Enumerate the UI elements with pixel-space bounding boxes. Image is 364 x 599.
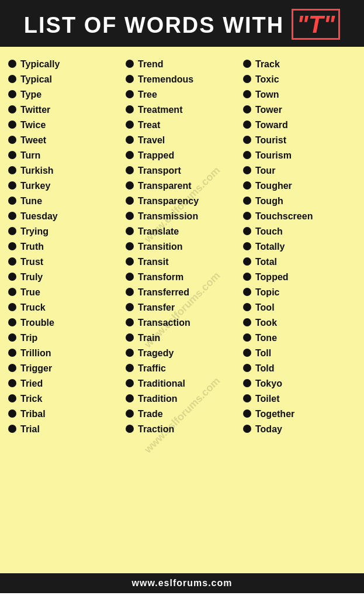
bullet-icon (243, 166, 251, 174)
list-item: Tribal (8, 406, 121, 421)
list-item: True (8, 284, 121, 300)
bullet-icon (126, 197, 134, 205)
list-item: Trend (126, 56, 238, 71)
list-item: Transport (126, 163, 238, 178)
word-label: Transferred (138, 287, 189, 298)
bullet-icon (243, 257, 251, 266)
bullet-icon (126, 394, 134, 402)
list-item: Tuesday (8, 208, 121, 223)
word-label: Twice (20, 120, 46, 130)
bullet-icon (126, 273, 134, 281)
word-label: Tune (20, 196, 42, 206)
bullet-icon (8, 425, 16, 433)
list-item: Type (8, 87, 121, 102)
list-item: Trade (126, 406, 238, 421)
word-label: Traction (138, 424, 174, 435)
word-label: Toward (255, 120, 288, 130)
list-item: Tool (243, 300, 356, 315)
bullet-icon (8, 105, 16, 113)
word-label: Turkish (20, 166, 54, 176)
word-label: True (20, 287, 40, 298)
list-item: Treat (126, 117, 238, 132)
list-item: Transaction (126, 315, 238, 330)
bullet-icon (8, 212, 16, 220)
list-item: Tourist (243, 132, 356, 147)
footer: www.eslforums.com (0, 573, 364, 593)
word-label: Toxic (255, 74, 279, 85)
word-label: Tone (255, 333, 277, 343)
word-label: Told (255, 363, 275, 374)
bullet-icon (8, 166, 16, 174)
list-item: Tune (8, 193, 121, 208)
word-label: Treatment (138, 105, 182, 115)
list-item: Trying (8, 223, 121, 239)
word-label: Trying (20, 226, 48, 237)
bullet-icon (126, 333, 134, 342)
word-label: Transit (138, 257, 168, 267)
list-item: Truly (8, 269, 121, 284)
word-label: Turkey (20, 181, 50, 191)
word-label: Trade (138, 409, 163, 419)
bullet-icon (126, 121, 134, 129)
word-label: Twitter (20, 105, 50, 115)
bullet-icon (243, 409, 251, 418)
bullet-icon (126, 227, 134, 235)
bullet-icon (243, 90, 251, 98)
word-label: Transfer (138, 302, 175, 313)
list-item: Tragedy (126, 345, 238, 360)
list-item: Transition (126, 239, 238, 254)
word-label: Translate (138, 226, 179, 237)
list-item: Traffic (126, 360, 238, 376)
bullet-icon (126, 242, 134, 250)
list-item: Twitter (8, 102, 121, 117)
word-label: Tough (255, 196, 283, 206)
word-label: Topic (255, 287, 279, 298)
list-item: Trapped (126, 147, 238, 163)
word-label: Treat (138, 120, 160, 130)
list-item: Tone (243, 330, 356, 345)
word-label: Train (138, 333, 160, 343)
word-label: Truly (20, 272, 43, 283)
word-label: Trial (20, 424, 40, 435)
bullet-icon (8, 364, 16, 372)
bullet-icon (126, 181, 134, 190)
list-item: Tokyo (243, 376, 356, 391)
word-label: Trillion (20, 348, 51, 359)
footer-url: www.eslforums.com (132, 578, 233, 588)
list-item: Trick (8, 391, 121, 406)
bullet-icon (243, 242, 251, 250)
bullet-icon (243, 212, 251, 220)
word-column-col3: TrackToxicTownTowerTowardTouristTourismT… (241, 56, 358, 436)
bullet-icon (8, 136, 16, 144)
word-label: Turn (20, 150, 40, 161)
list-item: Total (243, 254, 356, 269)
word-label: Total (255, 257, 277, 267)
word-label: Tourist (255, 135, 286, 146)
bullet-icon (8, 151, 16, 159)
list-item: Tough (243, 193, 356, 208)
bullet-icon (126, 257, 134, 266)
word-label: Truck (20, 302, 46, 313)
word-label: Transparency (138, 196, 199, 206)
header: LIST OF WORDS WITH "T" (0, 0, 364, 47)
list-item: Tweet (8, 132, 121, 147)
word-label: Took (255, 318, 277, 328)
word-label: Touch (255, 226, 283, 237)
list-item: Trouble (8, 315, 121, 330)
page-wrapper: LIST OF WORDS WITH "T" www.eslforums.com… (0, 0, 364, 593)
bullet-icon (243, 197, 251, 205)
list-item: Track (243, 56, 356, 71)
bullet-icon (243, 349, 251, 357)
word-label: Tool (255, 302, 275, 313)
list-item: Town (243, 87, 356, 102)
list-item: Twice (8, 117, 121, 132)
list-item: Traditional (126, 376, 238, 391)
word-label: Transport (138, 166, 181, 176)
word-label: Together (255, 409, 294, 419)
list-item: Trillion (8, 345, 121, 360)
word-label: Type (20, 89, 41, 100)
list-item: Travel (126, 132, 238, 147)
list-item: Transfer (126, 300, 238, 315)
word-columns: TypicallyTypicalTypeTwitterTwiceTweetTur… (6, 56, 358, 436)
list-item: Toward (243, 117, 356, 132)
